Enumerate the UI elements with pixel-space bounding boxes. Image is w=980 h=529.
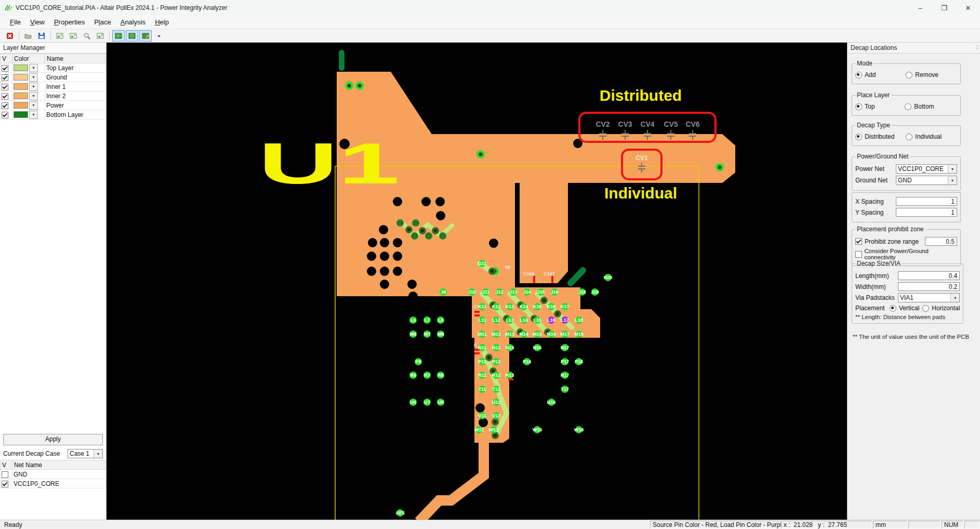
copper-pour	[520, 183, 568, 283]
application-window: VCC1P0_CORE_tutorial.PIA - Altair PollEx…	[0, 0, 980, 529]
drill-hole	[436, 211, 445, 220]
menu-bar: FileViewPropertiesPlaceAnalysisHelp	[0, 16, 980, 29]
pad-label: N12	[492, 345, 501, 350]
toolbar-options-dropdown[interactable]	[153, 30, 165, 42]
power-ground-net-title: Power/Ground Net	[855, 153, 910, 160]
menu-place[interactable]: Place	[89, 17, 116, 28]
pad-label: L7	[425, 318, 430, 323]
mode-add-radio[interactable]	[855, 72, 862, 78]
decap-type-distributed-radio[interactable]	[855, 134, 862, 140]
snapshot-button[interactable]	[54, 30, 66, 42]
prohibit-zone-range-field[interactable]: 0.5	[925, 237, 957, 246]
layer-visibility-checkbox[interactable]	[2, 65, 8, 72]
apply-button[interactable]: Apply	[3, 434, 103, 445]
pad-label: R11	[478, 373, 486, 378]
mode-remove-radio[interactable]	[906, 72, 912, 78]
x-spacing-field[interactable]: 1	[896, 197, 957, 206]
layer-color-swatch[interactable]	[14, 92, 28, 99]
menu-properties[interactable]: Properties	[49, 17, 89, 28]
power-net-dropdown-icon[interactable]: ▼	[948, 165, 957, 173]
title-bar: VCC1P0_CORE_tutorial.PIA - Altair PollEx…	[0, 0, 980, 16]
power-net-select[interactable]: VCC1P0_CORE ▼	[896, 164, 957, 174]
layer-row-inner-1: ▼Inner 1	[1, 82, 106, 91]
source-pin-mark	[474, 311, 480, 313]
place-layer-top-radio[interactable]	[855, 103, 862, 110]
layer-color-dropdown-icon[interactable]: ▼	[29, 73, 38, 82]
board-edit-view-button[interactable]	[139, 30, 152, 42]
close-button[interactable]: ✕	[956, 0, 980, 16]
pad-label: M14	[519, 332, 528, 337]
layer-color-swatch[interactable]	[14, 102, 28, 109]
layer-visibility-checkbox[interactable]	[2, 74, 8, 81]
layer-color-swatch[interactable]	[14, 83, 28, 90]
menu-view[interactable]: View	[25, 17, 49, 28]
place-layer-bottom-radio[interactable]	[905, 103, 911, 110]
net-visibility-checkbox[interactable]	[2, 481, 8, 487]
drill-hole	[380, 267, 389, 276]
pad-label: M16	[547, 332, 556, 337]
prohibit-zone-range-checkbox[interactable]	[855, 238, 862, 245]
menu-file[interactable]: File	[5, 17, 25, 28]
pad-label: T11	[478, 387, 486, 392]
prohibit-zone-title: Placement prohibit zone	[855, 226, 925, 233]
layer-color-swatch[interactable]	[14, 111, 28, 118]
via-padstacks-select[interactable]: VIA1 ▼	[898, 293, 960, 302]
window-title: VCC1P0_CORE_tutorial.PIA - Altair PollEx…	[16, 4, 228, 11]
layer-color-swatch[interactable]	[14, 64, 28, 71]
net-visibility-checkbox[interactable]	[2, 471, 8, 478]
decap-type-individual-radio[interactable]	[906, 134, 912, 140]
length-field[interactable]: 0.4	[898, 271, 960, 280]
board-top-view-button[interactable]	[112, 30, 125, 42]
ground-net-dropdown-icon[interactable]: ▼	[948, 176, 957, 184]
pad-label: E6	[412, 233, 417, 239]
decap-case-select[interactable]: Case 1 ▼	[68, 449, 103, 458]
zoom-button[interactable]	[81, 30, 93, 42]
decap-case-dropdown-icon[interactable]: ▼	[94, 449, 102, 458]
length-note: ** Length: Distance between pads	[855, 314, 960, 320]
connectivity-checkbox[interactable]	[855, 251, 862, 258]
layer-color-dropdown-icon[interactable]: ▼	[29, 64, 38, 72]
menu-analysis[interactable]: Analysis	[116, 17, 150, 28]
layer-name: Inner 1	[45, 82, 106, 91]
net-col-v: V	[1, 460, 12, 470]
pad-label: T12	[492, 387, 500, 392]
layer-color-swatch[interactable]	[14, 74, 28, 81]
ground-net-select[interactable]: GND ▼	[896, 176, 957, 185]
decap-size-via-title: Decap Size/VIA	[855, 260, 902, 267]
layer-visibility-checkbox[interactable]	[2, 112, 8, 118]
layer-visibility-checkbox[interactable]	[2, 102, 8, 109]
pad-label: K17	[561, 304, 570, 309]
layer-color-dropdown-icon[interactable]: ▼	[29, 111, 38, 119]
via-padstacks-dropdown-icon[interactable]: ▼	[950, 294, 959, 302]
status-blank-2	[964, 521, 980, 528]
open-button[interactable]	[22, 30, 34, 42]
minimize-button[interactable]: –	[908, 0, 932, 16]
pad-label: V11	[478, 413, 486, 418]
exit-button[interactable]	[4, 30, 16, 42]
save-button[interactable]	[35, 30, 48, 42]
layer-color-dropdown-icon[interactable]: ▼	[29, 101, 38, 110]
placement-horizontal-radio[interactable]	[922, 305, 929, 312]
pad-label: M12	[492, 332, 501, 337]
pad-label: U16	[547, 400, 556, 405]
layer-visibility-checkbox[interactable]	[2, 84, 8, 90]
pad-label: D6	[413, 220, 419, 226]
placement-label: Placement	[855, 305, 890, 312]
width-field[interactable]: 0.2	[898, 282, 960, 291]
pcb-canvas-area[interactable]: G1156C168C167H20J8J10J11J12J13J14J15J16J…	[107, 43, 847, 520]
maximize-button[interactable]: ❐	[932, 0, 956, 16]
layer-visibility-checkbox[interactable]	[2, 93, 8, 100]
menu-help[interactable]: Help	[150, 17, 174, 28]
layer-color-dropdown-icon[interactable]: ▼	[29, 83, 38, 91]
report-button[interactable]	[94, 30, 107, 42]
layer-color-dropdown-icon[interactable]: ▼	[29, 92, 38, 100]
copy-view-button[interactable]	[67, 30, 80, 42]
pad-label: L13	[506, 318, 514, 323]
source-pin-mark	[474, 352, 480, 354]
pcb-canvas[interactable]: G1156C168C167H20J8J10J11J12J13J14J15J16J…	[107, 43, 847, 520]
drill-hole	[408, 292, 418, 301]
y-spacing-field[interactable]: 1	[896, 208, 957, 217]
panel-handle-icon[interactable]: ⁞	[976, 43, 978, 53]
placement-vertical-radio[interactable]	[890, 305, 896, 312]
board-bottom-view-button[interactable]	[126, 30, 138, 42]
